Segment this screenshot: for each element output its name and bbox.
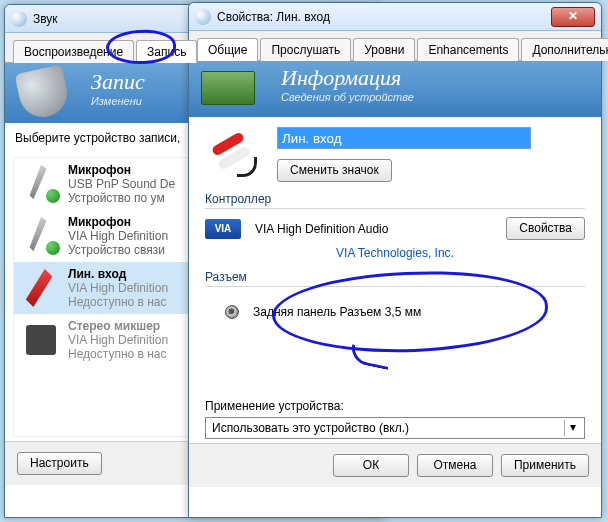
jack-text: Задняя панель Разъем 3,5 мм [253, 305, 421, 319]
device-desc: USB PnP Sound De [68, 177, 175, 191]
jack-label: Разъем [205, 270, 585, 284]
device-status: Недоступно в нас [68, 295, 168, 309]
prop-bottom-bar: ОК Отмена Применить [189, 443, 601, 487]
device-name: Лин. вход [68, 267, 168, 281]
mixer-icon [22, 321, 60, 359]
tab-enhancements[interactable]: Enhancements [417, 38, 519, 61]
speaker-icon [195, 9, 211, 25]
microphone-large-icon [15, 65, 72, 122]
prop-titlebar[interactable]: Свойства: Лин. вход ✕ [189, 3, 601, 31]
cancel-button[interactable]: Отмена [417, 454, 493, 477]
controller-properties-button[interactable]: Свойства [506, 217, 585, 240]
speaker-icon [11, 11, 27, 27]
microphone-icon [22, 165, 60, 203]
device-name: Микрофон [68, 215, 168, 229]
device-desc: VIA High Definition [68, 333, 168, 347]
microphone-icon [22, 217, 60, 255]
divider [205, 208, 585, 209]
controller-vendor-link[interactable]: VIA Technologies, Inc. [205, 246, 585, 260]
tab-playback[interactable]: Воспроизведение [13, 40, 134, 63]
device-status: Устройство связи [68, 243, 168, 257]
device-name: Микрофон [68, 163, 175, 177]
device-name-input[interactable] [277, 127, 531, 149]
rca-large-icon [205, 131, 261, 179]
device-usage-select[interactable]: Использовать это устройство (вкл.) ▾ [205, 417, 585, 439]
prop-tabs: Общие Прослушать Уровни Enhancements Доп… [189, 31, 601, 61]
info-banner: Информация Сведения об устройстве [189, 61, 601, 117]
usage-label: Применение устройства: [205, 399, 585, 413]
configure-button[interactable]: Настроить [17, 452, 102, 475]
via-logo-icon: VIA [205, 219, 241, 239]
tab-general[interactable]: Общие [197, 38, 258, 61]
info-title: Информация [281, 65, 587, 91]
properties-window: Свойства: Лин. вход ✕ Общие Прослушать У… [188, 2, 602, 518]
jack-dot-icon [225, 305, 239, 319]
change-icon-button[interactable]: Сменить значок [277, 159, 392, 182]
soundcard-icon [201, 71, 255, 105]
jack-row: Задняя панель Разъем 3,5 мм [205, 295, 585, 329]
usage-value: Использовать это устройство (вкл.) [212, 421, 409, 435]
prop-window-title: Свойства: Лин. вход [217, 10, 551, 24]
prop-body: Сменить значок Контроллер VIA VIA High D… [189, 117, 601, 443]
tab-advanced[interactable]: Дополнительно [521, 38, 608, 61]
check-badge-icon [44, 187, 62, 205]
device-status: Устройство по ум [68, 191, 175, 205]
controller-name: VIA High Definition Audio [255, 222, 506, 236]
apply-button[interactable]: Применить [501, 454, 589, 477]
ok-button[interactable]: ОК [333, 454, 409, 477]
divider [205, 286, 585, 287]
device-desc: VIA High Definition [68, 229, 168, 243]
check-badge-icon [44, 239, 62, 257]
info-subtitle: Сведения об устройстве [281, 91, 587, 103]
chevron-down-icon: ▾ [564, 420, 580, 436]
rca-icon [22, 269, 60, 307]
tab-record[interactable]: Запись [136, 40, 197, 63]
controller-label: Контроллер [205, 192, 585, 206]
device-status: Недоступно в нас [68, 347, 168, 361]
tab-levels[interactable]: Уровни [353, 38, 415, 61]
close-button[interactable]: ✕ [551, 7, 595, 27]
device-name: Стерео микшер [68, 319, 168, 333]
device-desc: VIA High Definition [68, 281, 168, 295]
tab-listen[interactable]: Прослушать [260, 38, 351, 61]
